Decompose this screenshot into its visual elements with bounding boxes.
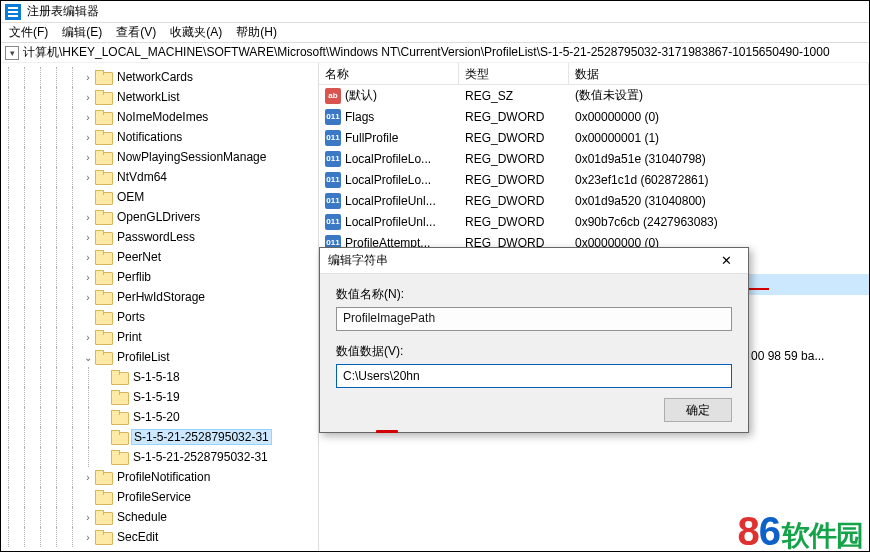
tree-item[interactable]: ›PasswordLess [1, 227, 318, 247]
value-row[interactable]: 011LocalProfileUnl...REG_DWORD0x01d9a520… [319, 190, 869, 211]
chevron-icon[interactable]: › [81, 472, 95, 483]
value-name: (默认) [345, 87, 377, 104]
chevron-icon[interactable]: › [81, 232, 95, 243]
value-row[interactable]: 011FullProfileREG_DWORD0x00000001 (1) [319, 127, 869, 148]
partial-row-data: 00 98 59 ba... [751, 349, 824, 363]
chevron-icon[interactable]: › [81, 112, 95, 123]
chevron-icon[interactable]: › [81, 532, 95, 543]
tree-item-label: PasswordLess [115, 230, 197, 244]
tree-pane[interactable]: ›NetworkCards›NetworkList›NoImeModeImes›… [1, 63, 319, 551]
tree-item[interactable]: OEM [1, 187, 318, 207]
value-data: 0x01d9a51e (31040798) [569, 152, 869, 166]
chevron-icon[interactable]: › [81, 512, 95, 523]
chevron-icon[interactable]: › [81, 252, 95, 263]
tree-item[interactable]: ›ProfileNotification [1, 467, 318, 487]
chevron-icon[interactable]: › [81, 292, 95, 303]
menu-edit[interactable]: 编辑(E) [62, 24, 102, 41]
address-bar[interactable]: ▾ 计算机\HKEY_LOCAL_MACHINE\SOFTWARE\Micros… [1, 43, 869, 63]
value-row[interactable]: 011FlagsREG_DWORD0x00000000 (0) [319, 106, 869, 127]
tree-item-label: Ports [115, 310, 147, 324]
folder-icon [95, 90, 111, 104]
folder-icon [111, 450, 127, 464]
watermark: 8 6 软件园 [738, 509, 864, 552]
tree-item[interactable]: ›Perflib [1, 267, 318, 287]
value-name: LocalProfileUnl... [345, 215, 436, 229]
folder-icon [95, 150, 111, 164]
tree-item[interactable]: ProfileService [1, 487, 318, 507]
value-type: REG_DWORD [459, 194, 569, 208]
tree-item[interactable]: Ports [1, 307, 318, 327]
value-row[interactable]: 011LocalProfileLo...REG_DWORD0x01d9a51e … [319, 148, 869, 169]
tree-item[interactable]: ›Print [1, 327, 318, 347]
tree-item-label: OpenGLDrivers [115, 210, 202, 224]
menu-favorites[interactable]: 收藏夹(A) [170, 24, 222, 41]
tree-item[interactable]: ›NetworkCards [1, 67, 318, 87]
window-title: 注册表编辑器 [27, 3, 99, 20]
tree-item-label: NtVdm64 [115, 170, 169, 184]
string-value-icon: ab [325, 88, 341, 104]
tree-item[interactable]: ›Notifications [1, 127, 318, 147]
binary-value-icon: 011 [325, 214, 341, 230]
folder-icon [111, 410, 127, 424]
tree-item-label: OEM [115, 190, 146, 204]
value-row[interactable]: ab(默认)REG_SZ(数值未设置) [319, 85, 869, 106]
value-name-field: ProfileImagePath [336, 307, 732, 331]
value-data: 0x90b7c6cb (2427963083) [569, 215, 869, 229]
tree-item-label: SecEdit [115, 530, 160, 544]
tree-item[interactable]: S-1-5-18 [1, 367, 318, 387]
folder-icon [95, 230, 111, 244]
tree-item[interactable]: ›NtVdm64 [1, 167, 318, 187]
folder-icon [111, 370, 127, 384]
tree-item[interactable]: S-1-5-21-2528795032-31 [1, 447, 318, 467]
tree-item[interactable]: S-1-5-20 [1, 407, 318, 427]
dialog-close-button[interactable]: ✕ [712, 251, 740, 271]
tree-item-label: S-1-5-18 [131, 370, 182, 384]
chevron-icon[interactable]: › [81, 332, 95, 343]
chevron-icon[interactable]: › [81, 92, 95, 103]
value-data-input[interactable] [336, 364, 732, 388]
watermark-text: 软件园 [782, 517, 863, 552]
tree-item[interactable]: ›NetworkList [1, 87, 318, 107]
tree-item[interactable]: ⌄ProfileList [1, 347, 318, 367]
tree-item[interactable]: ›SecEdit [1, 527, 318, 547]
chevron-icon[interactable]: ⌄ [81, 352, 95, 363]
tree-item-label: NetworkCards [115, 70, 195, 84]
tree-item[interactable]: ›NoImeModeImes [1, 107, 318, 127]
col-data[interactable]: 数据 [569, 63, 869, 84]
titlebar: 注册表编辑器 [1, 1, 869, 23]
tree-item-label: Print [115, 330, 144, 344]
tree-item-selected[interactable]: S-1-5-21-2528795032-31 [1, 427, 318, 447]
tree-item[interactable]: ›OpenGLDrivers [1, 207, 318, 227]
folder-icon [95, 350, 111, 364]
menu-view[interactable]: 查看(V) [116, 24, 156, 41]
tree-item[interactable]: ›PeerNet [1, 247, 318, 267]
chevron-icon[interactable]: › [81, 72, 95, 83]
col-name[interactable]: 名称 [319, 63, 459, 84]
value-row[interactable]: 011LocalProfileUnl...REG_DWORD0x90b7c6cb… [319, 211, 869, 232]
value-data: (数值未设置) [569, 87, 869, 104]
tree-item[interactable]: S-1-5-19 [1, 387, 318, 407]
chevron-icon[interactable]: › [81, 172, 95, 183]
chevron-icon[interactable]: › [81, 212, 95, 223]
value-row[interactable]: 011LocalProfileLo...REG_DWORD0x23ef1c1d … [319, 169, 869, 190]
menu-file[interactable]: 文件(F) [9, 24, 48, 41]
menu-help[interactable]: 帮助(H) [236, 24, 277, 41]
folder-icon [95, 310, 111, 324]
folder-icon [95, 190, 111, 204]
value-data-label: 数值数据(V): [336, 343, 732, 360]
tree-item[interactable]: ›PerHwIdStorage [1, 287, 318, 307]
tree-item[interactable]: ›Schedule [1, 507, 318, 527]
chevron-icon[interactable]: › [81, 132, 95, 143]
tree-item-label: PerHwIdStorage [115, 290, 207, 304]
chevron-icon[interactable]: › [81, 152, 95, 163]
chevron-icon[interactable]: › [81, 272, 95, 283]
col-type[interactable]: 类型 [459, 63, 569, 84]
regedit-window: 注册表编辑器 文件(F) 编辑(E) 查看(V) 收藏夹(A) 帮助(H) ▾ … [0, 0, 870, 552]
address-nav-icon[interactable]: ▾ [5, 46, 19, 60]
folder-icon [95, 530, 111, 544]
tree-item-label: Notifications [115, 130, 184, 144]
ok-button[interactable]: 确定 [664, 398, 732, 422]
column-headers: 名称 类型 数据 [319, 63, 869, 85]
value-type: REG_DWORD [459, 131, 569, 145]
tree-item[interactable]: ›NowPlayingSessionManage [1, 147, 318, 167]
